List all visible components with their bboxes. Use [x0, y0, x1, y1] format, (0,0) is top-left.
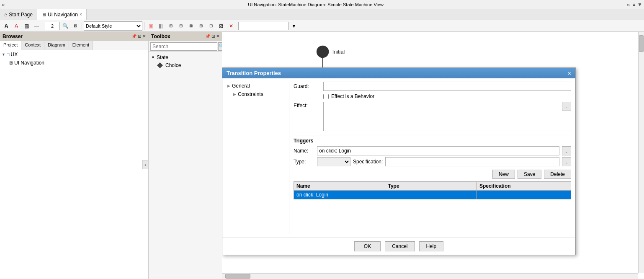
tree-arrow-general: ▶ [227, 84, 230, 88]
tree-label-constraints: Constraints [238, 91, 263, 97]
triggers-section: Triggers Name: … Type: [294, 135, 571, 199]
dialog-title: Transition Properties [227, 70, 281, 76]
toolbox-section-label: State [157, 54, 168, 60]
toolbox-close-icon[interactable]: ✕ [216, 34, 219, 39]
scrollbar-thumb-right[interactable] [639, 35, 644, 52]
canvas-area: Initial «public» Login on click: Login |… [222, 32, 644, 279]
tree-item-ux[interactable]: ▼ □ UX [0, 50, 148, 59]
dialog-tree-general[interactable]: ▶ General [227, 82, 285, 90]
guard-label: Guard: [294, 83, 321, 89]
start-page-label: Start Page [9, 12, 33, 18]
trigger-delete-btn[interactable]: Delete [544, 170, 571, 179]
trigger-name-label: Name: [294, 148, 314, 154]
tree-label-uinav: UI Navigation [14, 60, 44, 66]
trigger-save-btn[interactable]: Save [518, 170, 541, 179]
toolbox-pin-icon[interactable]: 📌 [205, 34, 210, 39]
toolbox-search-input[interactable] [150, 42, 217, 51]
guard-input[interactable] [323, 82, 571, 91]
browser-tab-context[interactable]: Context [21, 41, 44, 50]
zoom-fit-btn[interactable]: ⊠ [71, 21, 80, 31]
arrow-up-icon[interactable]: ▲ [631, 2, 636, 8]
zoom-input[interactable] [45, 22, 60, 30]
canvas-scrollbar-right[interactable] [638, 32, 644, 273]
line-style-btn[interactable]: ||| [156, 21, 165, 31]
zoom-icon-btn[interactable]: 🔍 [61, 21, 70, 31]
trigger-type-dropdown[interactable] [317, 157, 350, 166]
tree-icon-ux: □ [7, 52, 10, 57]
browser-tab-element[interactable]: Element [69, 41, 93, 50]
toolbar-color-btn[interactable]: A [12, 21, 21, 31]
effect-row: Effect: … [294, 102, 571, 132]
image-btn[interactable]: 🖼 [216, 21, 226, 31]
trigger-spec-browse-btn[interactable]: … [562, 157, 571, 166]
col-header-type: Type [385, 182, 477, 191]
browser-float-icon[interactable]: ⊡ [138, 34, 141, 39]
distribute-btn[interactable]: ⊞ [196, 21, 206, 31]
table-row-0[interactable]: on click: Login [294, 191, 571, 199]
dialog-tree-constraints[interactable]: ▶ Constraints [227, 90, 285, 98]
initial-state [317, 46, 329, 58]
dialog-footer: OK Cancel Help [222, 238, 575, 255]
canvas-scrollbar-bottom[interactable] [222, 273, 638, 279]
browser-close-icon[interactable]: ✕ [142, 34, 146, 39]
trigger-type-label: Type: [294, 159, 314, 165]
tree-item-uinav[interactable]: 🖥 UI Navigation [0, 59, 148, 67]
align-center-btn[interactable]: ⊟ [176, 21, 185, 31]
style-dropdown[interactable]: Default Style [84, 21, 142, 31]
collapse-right-icon[interactable]: » [626, 1, 630, 8]
search-toolbar-input[interactable] [238, 22, 289, 30]
toolbox-panel: Toolbox 📌 ⊡ ✕ 🔍 🔍 ≡ [149, 32, 222, 279]
dialog-cancel-btn[interactable]: Cancel [385, 241, 415, 251]
dialog-title-bar[interactable]: Transition Properties × [222, 68, 575, 78]
trigger-new-btn[interactable]: New [492, 170, 515, 179]
effect-behavior-checkbox[interactable] [323, 94, 329, 99]
dialog-close-btn[interactable]: × [568, 70, 571, 76]
align-left-btn[interactable]: ⊞ [166, 21, 175, 31]
resize-btn[interactable]: ⊡ [206, 21, 216, 31]
browser-pin-icon[interactable]: 📌 [131, 34, 137, 39]
effect-browse-btn[interactable]: … [562, 102, 571, 111]
scrollbar-thumb-bottom[interactable] [225, 274, 250, 279]
effect-behavior-label: Effect is a Behavior [331, 93, 374, 99]
tab-start-page[interactable]: ⌂ Start Page [0, 10, 37, 20]
tree-icon-uinav: 🖥 [8, 60, 13, 65]
tab-ui-navigation[interactable]: 🖥 UI Navigation × [37, 9, 87, 20]
dialog-transition-properties: Transition Properties × ▶ General ▶ Cons… [222, 67, 576, 255]
dialog-ok-btn[interactable]: OK [354, 241, 381, 251]
effect-textarea[interactable] [323, 102, 571, 131]
toolbox-section-state[interactable]: ▼ State Choice [149, 52, 222, 71]
toolbox-float-icon[interactable]: ⊡ [211, 34, 215, 39]
arrow-down-icon[interactable]: ▼ [637, 2, 642, 8]
toolbar-line-btn[interactable]: ― [32, 21, 41, 31]
ui-nav-close-icon[interactable]: × [80, 12, 82, 17]
choice-diamond-icon [157, 62, 163, 68]
trigger-name-browse-btn[interactable]: … [562, 146, 571, 155]
trigger-spec-input[interactable] [385, 157, 559, 166]
toolbox-section-arrow: ▼ [151, 55, 155, 59]
browser-tab-diagram[interactable]: Diagram [44, 41, 69, 50]
tree-arrow-constraints: ▶ [233, 92, 236, 96]
table-cell-name-0: on click: Login [294, 191, 385, 199]
toolbox-item-choice[interactable]: Choice [151, 61, 219, 70]
trigger-table: Name Type Specification on click: Login [294, 181, 571, 199]
effect-checkbox-row: Effect is a Behavior [323, 93, 571, 99]
trigger-spec-label: Specification: [353, 159, 383, 165]
dialog-help-btn[interactable]: Help [419, 241, 444, 251]
tree-label-general: General [232, 83, 250, 89]
toolbox-item-choice-label: Choice [165, 62, 181, 68]
col-header-spec: Specification [477, 182, 571, 191]
tree-expand-ux[interactable]: ▼ [2, 52, 5, 57]
browser-tab-project[interactable]: Project [0, 41, 21, 50]
col-header-name: Name [294, 182, 385, 191]
dialog-left-tree: ▶ General ▶ Constraints [227, 82, 289, 234]
toolbar-fill-btn[interactable]: ▧ [22, 21, 31, 31]
align-right-btn[interactable]: ⊠ [186, 21, 196, 31]
delete-btn[interactable]: ✕ [227, 21, 236, 31]
fill-color-btn[interactable]: ▣ [146, 21, 155, 31]
filter-btn[interactable]: ▼ [289, 21, 299, 31]
effect-label: Effect: [294, 102, 321, 108]
browser-collapse-arrow[interactable]: › [142, 160, 148, 169]
toolbar-bold-btn[interactable]: A [2, 21, 11, 31]
trigger-name-input[interactable] [317, 146, 559, 155]
collapse-left-icon[interactable]: « [2, 1, 5, 8]
